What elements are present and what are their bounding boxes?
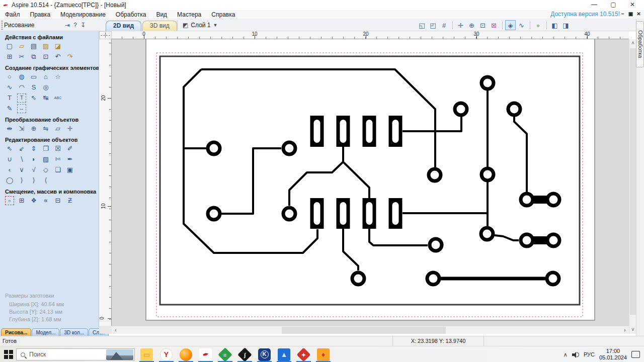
copy-icon[interactable]: ⧉ xyxy=(29,52,38,61)
menu-обработка[interactable]: Обработка xyxy=(111,11,151,18)
move-nodes-icon[interactable]: ⇕ xyxy=(29,144,38,153)
restore-button[interactable]: ▢ xyxy=(604,0,623,10)
paste-icon[interactable]: ⊡ xyxy=(41,52,50,61)
circular-array-icon[interactable]: ❖ xyxy=(29,196,38,205)
scroll-right-icon[interactable]: › xyxy=(621,326,629,334)
panel-switch-icon[interactable]: ⇥ xyxy=(65,22,70,29)
text-spacing-icon[interactable]: ↹ xyxy=(41,94,50,103)
zoom-objects-icon[interactable]: ◱ xyxy=(417,20,427,30)
mdi-minimize-button[interactable]: – xyxy=(619,11,626,18)
draw-arc-icon[interactable]: ◠ xyxy=(17,83,26,92)
draw-rectangle-icon[interactable]: ▭ xyxy=(29,72,38,81)
taskbar-app-green-cad-app[interactable]: ≡ xyxy=(215,346,235,362)
text-select-icon[interactable]: ⇖ xyxy=(29,94,38,103)
drill-pad[interactable] xyxy=(430,239,442,251)
measure-object-icon[interactable]: ❐ xyxy=(41,144,50,153)
vertical-scrollbar[interactable]: ˄ ˅ xyxy=(629,39,636,334)
taskbar-app-aspire[interactable]: ✒ xyxy=(196,346,215,362)
offset-vectors-icon[interactable]: ▫ xyxy=(5,196,14,205)
smd-pad-slot[interactable] xyxy=(392,120,399,143)
horizontal-scroll-thumb[interactable] xyxy=(282,327,446,334)
smd-pad-slot[interactable] xyxy=(340,120,347,143)
drill-pad[interactable] xyxy=(427,273,439,285)
drill-pad[interactable] xyxy=(547,194,559,206)
drill-pad[interactable] xyxy=(481,77,494,89)
fit-arc-icon[interactable]: ‹ xyxy=(5,165,14,174)
show-vectors-icon[interactable]: ∿ xyxy=(516,20,527,30)
drill-pad[interactable] xyxy=(521,194,533,206)
smd-pad-slot[interactable] xyxy=(314,202,320,225)
incremental-save-icon[interactable]: ◪ xyxy=(53,42,62,51)
tray-expand-icon[interactable]: ∧ xyxy=(564,351,568,358)
taskbar-app-photos[interactable]: ▲ xyxy=(274,346,294,362)
tile-right-icon[interactable]: ◨ xyxy=(560,20,571,30)
dimension-icon[interactable]: ↔ xyxy=(17,104,26,113)
close-button[interactable]: ✕ xyxy=(623,0,642,10)
measure-tool-icon[interactable]: ✐ xyxy=(65,144,74,153)
fit-curve-icon[interactable]: √ xyxy=(29,165,38,174)
wrap-shape-icon[interactable]: ◯ xyxy=(5,176,14,185)
vertical-scroll-thumb[interactable] xyxy=(630,48,636,315)
drill-pad[interactable] xyxy=(208,142,220,154)
distort-object-icon[interactable]: ▱ xyxy=(53,124,62,133)
start-button[interactable] xyxy=(4,350,13,359)
minimize-button[interactable]: — xyxy=(585,0,604,10)
drill-pad[interactable] xyxy=(547,273,559,285)
tab-2d-view[interactable]: 2D вид xyxy=(106,21,141,31)
scroll-left-icon[interactable]: ‹ xyxy=(112,326,120,334)
new-file-icon[interactable]: ▢ xyxy=(5,42,14,51)
fillet-inverse-icon[interactable]: ⟨ xyxy=(41,176,50,185)
wallpaper-thumbnail[interactable] xyxy=(106,349,133,360)
drill-pad[interactable] xyxy=(521,234,533,246)
fit-nodes-icon[interactable]: ∨ xyxy=(17,165,26,174)
draw-text-box-icon[interactable]: T xyxy=(17,94,26,103)
open-file-icon[interactable]: ▱ xyxy=(17,42,26,51)
horizontal-scrollbar[interactable]: ‹ › xyxy=(112,326,629,334)
cut-vectors-icon[interactable]: ✄ xyxy=(53,155,62,164)
grid-icon[interactable]: # xyxy=(439,20,449,30)
zoom-in-icon[interactable]: ⊕ xyxy=(466,20,477,30)
2d-view-canvas[interactable] xyxy=(112,39,629,326)
delete-duplicates-icon[interactable]: ☒ xyxy=(53,144,62,153)
freehand-draw-icon[interactable]: ✎ xyxy=(5,104,14,113)
menu-файл[interactable]: Файл xyxy=(0,11,25,18)
taskbar-app-firefox[interactable] xyxy=(176,346,196,362)
notifications-icon[interactable] xyxy=(631,351,640,358)
drill-pad[interactable] xyxy=(429,169,441,181)
smd-pad-slot[interactable] xyxy=(314,120,320,143)
draw-spiral-icon[interactable]: ◎ xyxy=(41,83,50,92)
mdi-close-button[interactable]: ✕ xyxy=(635,11,642,18)
edit-picture-icon[interactable]: ❏ xyxy=(53,165,62,174)
drill-pad[interactable] xyxy=(547,234,559,246)
move-object-icon[interactable]: ⇹ xyxy=(5,124,14,133)
taskbar-app-flame-app[interactable]: ♦ xyxy=(313,346,333,362)
draw-circle-icon[interactable]: ○ xyxy=(5,72,14,81)
fillet-corner-icon[interactable]: ⟩ xyxy=(17,176,26,185)
crop-picture-icon[interactable]: ▣ xyxy=(65,165,74,174)
trim-vectors-icon[interactable]: ◗ xyxy=(29,155,38,164)
save-file-icon[interactable]: ▤ xyxy=(29,42,38,51)
nesting-icon[interactable]: Ƶ xyxy=(65,196,74,205)
zoom-box-icon[interactable]: ⊡ xyxy=(477,20,488,30)
toolbar-grip[interactable] xyxy=(1,21,3,30)
rotate-object-icon[interactable]: ✛ xyxy=(65,124,74,133)
snap-grid-icon[interactable]: ◈ xyxy=(505,20,516,30)
smd-pad-slot[interactable] xyxy=(340,202,347,225)
mirror-object-icon[interactable]: ⇋ xyxy=(41,124,50,133)
preview-3d-icon[interactable]: ● xyxy=(533,20,543,30)
taskbar-app-red-app[interactable]: ✦ xyxy=(294,346,313,362)
fill-vectors-icon[interactable]: ▨ xyxy=(41,155,50,164)
mdi-restore-button[interactable]: ▣ xyxy=(627,11,634,18)
zoom-selected-icon[interactable]: ⊠ xyxy=(489,20,499,30)
node-edit-icon[interactable]: ⇙ xyxy=(17,144,26,153)
update-version-link[interactable]: Доступна версия 10.515! xyxy=(550,11,620,18)
draw-curve-icon[interactable]: S xyxy=(29,83,38,92)
menu-вид[interactable]: Вид xyxy=(151,11,172,18)
layer-selector[interactable]: ◩ Слой 1 ▼ xyxy=(177,20,217,30)
drill-pad[interactable] xyxy=(283,142,295,154)
select-all-icon[interactable]: ⊞ xyxy=(5,52,14,61)
zoom-drawing-icon[interactable]: ◰ xyxy=(428,20,438,30)
drill-pad[interactable] xyxy=(481,228,493,240)
scale-object-icon[interactable]: ⇲ xyxy=(17,124,26,133)
select-tool-icon[interactable]: ⇖ xyxy=(5,144,14,153)
